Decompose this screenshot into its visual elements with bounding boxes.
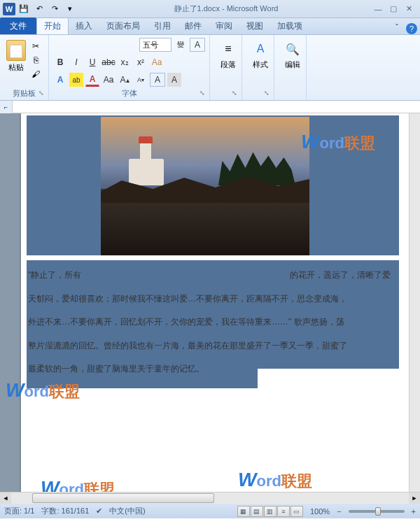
zoom-level[interactable]: 100% bbox=[310, 507, 330, 516]
grow-font2-icon[interactable]: A▴ bbox=[118, 73, 132, 87]
editing-label: 编辑 bbox=[285, 59, 300, 70]
redo-icon[interactable]: ↷ bbox=[48, 2, 62, 16]
zoom-in-button[interactable]: + bbox=[412, 507, 416, 516]
shrink-font-icon[interactable]: A▾ bbox=[134, 73, 148, 87]
paragraph-label: 段落 bbox=[220, 59, 236, 70]
group-font: 五号 變 A B I U abc x₂ x² Aa A ab A Aa A▴ A… bbox=[49, 35, 210, 100]
font-label: 字体 bbox=[49, 88, 209, 99]
scroll-track[interactable] bbox=[11, 493, 409, 504]
paste-icon bbox=[6, 40, 26, 61]
zoom-slider[interactable] bbox=[349, 510, 405, 513]
title-bar: W 💾 ↶ ↷ ▾ 静止了1.docx - Microsoft Word — ▢… bbox=[0, 0, 420, 18]
tab-references[interactable]: 引用 bbox=[147, 17, 178, 34]
paragraph-button[interactable]: ≡ 段落 bbox=[214, 37, 242, 73]
superscript-button[interactable]: x² bbox=[134, 55, 148, 69]
page[interactable]: "静止了，所有的花开，遥远了，清晰了爱 天郁闷，爱却很喜欢；那时候我不懂这叫爱…… bbox=[21, 113, 413, 492]
status-language[interactable]: 中文(中国) bbox=[109, 506, 145, 516]
window-title: 静止了1.docx - Microsoft Word bbox=[80, 3, 372, 14]
print-layout-icon[interactable]: ▦ bbox=[237, 506, 250, 517]
text-line-1a: "静止了，所有 bbox=[28, 270, 81, 280]
styles-launcher-icon[interactable]: ⤡ bbox=[264, 90, 272, 98]
char-border-icon[interactable]: A bbox=[150, 73, 165, 87]
maximize-button[interactable]: ▢ bbox=[388, 4, 399, 14]
italic-button[interactable]: I bbox=[69, 55, 83, 69]
text-line-4: 整片湿漉漉的回忆。曾经的我也有一片海，最美的花在那里盛开了一季又一季，甜蜜了 bbox=[28, 334, 413, 358]
word-app-icon[interactable]: W bbox=[3, 3, 15, 15]
scroll-thumb[interactable] bbox=[32, 493, 214, 503]
text-effect-icon[interactable]: A bbox=[53, 73, 67, 87]
font-color-icon[interactable]: A bbox=[85, 73, 99, 87]
tab-insert[interactable]: 插入 bbox=[69, 17, 99, 34]
document-image[interactable] bbox=[101, 117, 309, 255]
text-line-2: 天郁闷，爱却很喜欢；那时候我不懂这叫爱…不要你离开，距离隔不开，思念变成海， bbox=[28, 288, 413, 311]
document-area[interactable]: "静止了，所有的花开，遥远了，清晰了爱 天郁闷，爱却很喜欢；那时候我不懂这叫爱…… bbox=[0, 113, 420, 492]
scroll-right-icon[interactable]: ► bbox=[409, 493, 420, 504]
minimize-button[interactable]: — bbox=[372, 4, 384, 14]
para-launcher-icon[interactable]: ⤡ bbox=[232, 90, 240, 98]
scroll-left-icon[interactable]: ◄ bbox=[0, 493, 11, 504]
minimize-ribbon-icon[interactable]: ˇ bbox=[391, 22, 403, 34]
zoom-out-button[interactable]: − bbox=[337, 507, 341, 516]
draft-icon[interactable]: ▭ bbox=[290, 506, 303, 517]
group-styles: A 样式 ⤡ bbox=[242, 35, 274, 100]
undo-icon[interactable]: ↶ bbox=[32, 2, 46, 16]
ribbon-tabs: 文件 开始 插入 页面布局 引用 邮件 审阅 视图 加载项 ˇ ? bbox=[0, 18, 420, 35]
find-icon: 🔍 bbox=[284, 40, 302, 58]
styles-button[interactable]: A 样式 bbox=[246, 37, 274, 73]
format-painter-icon[interactable]: 🖌 bbox=[29, 68, 43, 80]
copy-icon[interactable]: ⎘ bbox=[29, 54, 43, 66]
paragraph-icon: ≡ bbox=[219, 40, 237, 58]
char-shading-icon[interactable]: A bbox=[167, 73, 181, 87]
status-proofing-icon[interactable]: ✔ bbox=[96, 507, 102, 516]
tab-layout[interactable]: 页面布局 bbox=[99, 17, 147, 34]
ruler[interactable]: ⌐ bbox=[0, 101, 420, 113]
status-words[interactable]: 字数: 161/161 bbox=[41, 506, 89, 516]
zoom-thumb[interactable] bbox=[375, 507, 381, 516]
vertical-scrollbar[interactable] bbox=[409, 113, 420, 492]
text-line-1b: 的花开，遥远了，清晰了爱 bbox=[290, 270, 391, 280]
outline-icon[interactable]: ≡ bbox=[277, 506, 290, 517]
paste-button[interactable]: 粘贴 bbox=[4, 37, 27, 73]
document-text[interactable]: "静止了，所有的花开，遥远了，清晰了爱 天郁闷，爱却很喜欢；那时候我不懂这叫爱…… bbox=[28, 264, 413, 381]
tab-addins[interactable]: 加载项 bbox=[270, 17, 309, 34]
clipboard-launcher-icon[interactable]: ⤡ bbox=[38, 90, 47, 98]
cut-icon[interactable]: ✂ bbox=[29, 40, 43, 52]
horizontal-scrollbar[interactable]: ◄ ► bbox=[0, 492, 420, 503]
change-case-icon[interactable]: Aa bbox=[102, 73, 115, 87]
clear-format-icon[interactable]: Aa bbox=[150, 55, 164, 69]
bold-button[interactable]: B bbox=[53, 55, 67, 69]
qat-dropdown-icon[interactable]: ▾ bbox=[63, 2, 77, 16]
font-launcher-icon[interactable]: ⤡ bbox=[200, 90, 208, 98]
underline-button[interactable]: U bbox=[85, 55, 99, 69]
group-paragraph: ≡ 段落 ⤡ bbox=[210, 35, 242, 100]
help-icon[interactable]: ? bbox=[406, 23, 417, 34]
group-editing: 🔍 编辑 bbox=[274, 35, 307, 100]
paste-label: 粘贴 bbox=[8, 62, 24, 73]
save-icon[interactable]: 💾 bbox=[17, 2, 31, 16]
quick-access-toolbar: W 💾 ↶ ↷ ▾ bbox=[0, 2, 80, 16]
char-box-icon[interactable]: A bbox=[190, 38, 205, 52]
tab-view[interactable]: 视图 bbox=[239, 17, 270, 34]
subscript-button[interactable]: x₂ bbox=[118, 55, 132, 69]
ribbon: 粘贴 ✂ ⎘ 🖌 剪贴板 ⤡ 五号 變 A B I U abc x₂ x² Aa bbox=[0, 35, 420, 101]
window-controls: — ▢ ✕ bbox=[372, 4, 420, 14]
tab-mailings[interactable]: 邮件 bbox=[178, 17, 209, 34]
editing-button[interactable]: 🔍 编辑 bbox=[279, 37, 307, 73]
tab-selector-icon[interactable]: ⌐ bbox=[0, 101, 13, 113]
text-line-5: 最柔软的一角，甜蜜了脑海里关于童年的记忆。 bbox=[28, 357, 413, 381]
fullscreen-icon[interactable]: ▤ bbox=[251, 506, 263, 517]
tab-file[interactable]: 文件 bbox=[0, 17, 36, 34]
highlight-icon[interactable]: ab bbox=[69, 73, 83, 87]
tab-home[interactable]: 开始 bbox=[36, 17, 69, 34]
web-layout-icon[interactable]: ▥ bbox=[264, 506, 276, 517]
font-size-select[interactable]: 五号 bbox=[139, 38, 172, 52]
grow-font-icon[interactable]: 變 bbox=[174, 38, 188, 52]
close-button[interactable]: ✕ bbox=[403, 4, 414, 14]
group-clipboard: 粘贴 ✂ ⎘ 🖌 剪贴板 ⤡ bbox=[0, 35, 49, 100]
view-buttons: ▦ ▤ ▥ ≡ ▭ bbox=[237, 506, 303, 517]
status-bar: 页面: 1/1 字数: 161/161 ✔ 中文(中国) ▦ ▤ ▥ ≡ ▭ 1… bbox=[0, 503, 420, 518]
status-page[interactable]: 页面: 1/1 bbox=[4, 506, 34, 516]
strike-button[interactable]: abc bbox=[102, 55, 115, 69]
text-line-3: 外进不来…不要你离开，回忆划不开，欠你的宠爱，我在等待重来……" 歌声悠扬，荡 bbox=[28, 311, 413, 334]
tab-review[interactable]: 审阅 bbox=[209, 17, 239, 34]
